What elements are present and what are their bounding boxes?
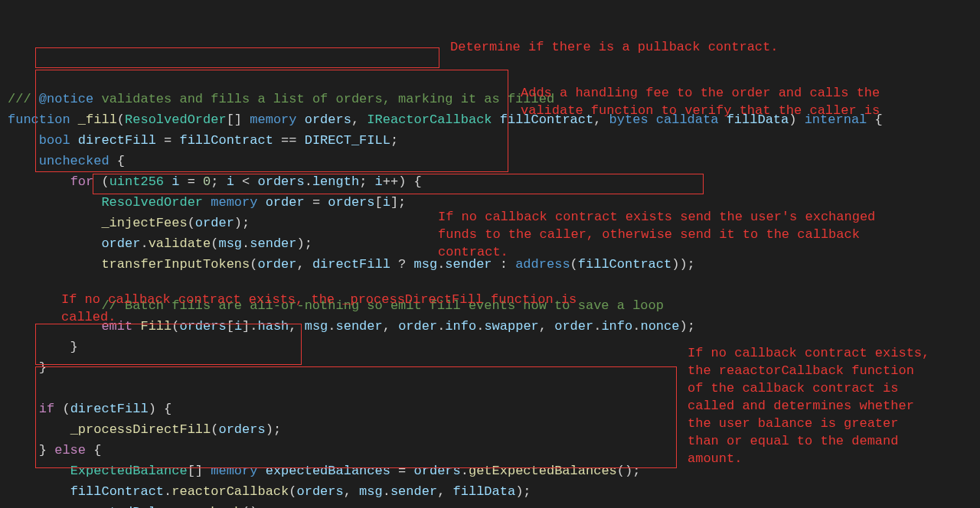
annotation-1: Determine if there is a pullback contrac… [450,38,833,56]
type: ResolvedOrder [125,112,227,127]
annotation-3: If no callback contract exists send the … [438,208,890,261]
annotation-4: If no callback contract exists, the _pro… [61,291,597,326]
type-bool: bool [39,133,70,148]
kw-unchecked: unchecked [39,154,109,168]
kw-for: for [70,174,94,189]
highlight-box-1 [35,47,439,68]
fn-name: _fill [70,112,117,127]
type: IReactorCallback [367,112,492,127]
comment: /// [8,92,31,106]
annotation-2: Adds a handling fee to the order and cal… [521,84,880,119]
kw-function: function [8,112,70,127]
param: orders [297,112,351,127]
annotation-tag: @notice [31,92,94,106]
kw-if: if [39,402,54,416]
annotation-5: If no callback contract exists, the reaa… [688,344,933,467]
kw-else: else [54,443,86,458]
comment-text: validates and fills a list of orders, ma… [93,92,554,106]
